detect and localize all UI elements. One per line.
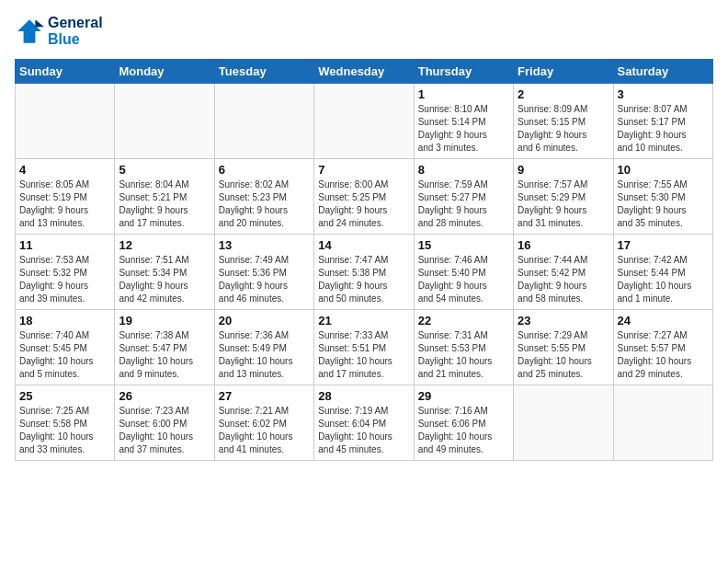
calendar-table: SundayMondayTuesdayWednesdayThursdayFrid… (15, 59, 713, 461)
day-number: 8 (418, 163, 509, 177)
day-info: Sunrise: 8:09 AM Sunset: 5:15 PM Dayligh… (518, 103, 609, 155)
calendar-cell: 26Sunrise: 7:23 AM Sunset: 6:00 PM Dayli… (115, 385, 214, 461)
calendar-cell (214, 84, 313, 159)
calendar-cell: 25Sunrise: 7:25 AM Sunset: 5:58 PM Dayli… (16, 385, 115, 461)
calendar-cell: 3Sunrise: 8:07 AM Sunset: 5:17 PM Daylig… (613, 84, 712, 159)
svg-marker-1 (35, 19, 44, 27)
day-number: 29 (418, 389, 509, 403)
calendar-cell: 11Sunrise: 7:53 AM Sunset: 5:32 PM Dayli… (16, 235, 115, 310)
day-number: 17 (618, 238, 709, 252)
calendar-cell: 7Sunrise: 8:00 AM Sunset: 5:25 PM Daylig… (314, 159, 414, 235)
day-number: 22 (418, 314, 509, 327)
day-info: Sunrise: 8:05 AM Sunset: 5:19 PM Dayligh… (19, 178, 110, 230)
calendar-cell: 18Sunrise: 7:40 AM Sunset: 5:45 PM Dayli… (16, 310, 115, 385)
day-number: 5 (119, 163, 210, 177)
day-info: Sunrise: 8:07 AM Sunset: 5:17 PM Dayligh… (618, 103, 709, 155)
day-number: 10 (618, 163, 709, 177)
calendar-cell (16, 84, 115, 159)
day-info: Sunrise: 7:33 AM Sunset: 5:51 PM Dayligh… (318, 329, 409, 381)
day-number: 27 (219, 389, 310, 403)
day-number: 28 (318, 389, 409, 403)
day-number: 12 (119, 238, 210, 252)
calendar-cell: 16Sunrise: 7:44 AM Sunset: 5:42 PM Dayli… (514, 235, 613, 310)
day-info: Sunrise: 7:46 AM Sunset: 5:40 PM Dayligh… (418, 254, 509, 305)
day-info: Sunrise: 8:10 AM Sunset: 5:14 PM Dayligh… (418, 103, 509, 155)
day-number: 16 (518, 238, 609, 252)
day-number: 9 (518, 163, 609, 177)
calendar-cell: 14Sunrise: 7:47 AM Sunset: 5:38 PM Dayli… (314, 235, 414, 310)
day-info: Sunrise: 7:51 AM Sunset: 5:34 PM Dayligh… (119, 254, 210, 305)
weekday-header-tuesday: Tuesday (214, 60, 313, 84)
calendar-cell: 27Sunrise: 7:21 AM Sunset: 6:02 PM Dayli… (214, 385, 313, 461)
weekday-header-sunday: Sunday (16, 60, 115, 84)
day-info: Sunrise: 7:59 AM Sunset: 5:27 PM Dayligh… (418, 178, 509, 230)
weekday-header-monday: Monday (115, 60, 214, 84)
weekday-header-friday: Friday (514, 60, 613, 84)
calendar-cell: 22Sunrise: 7:31 AM Sunset: 5:53 PM Dayli… (414, 310, 513, 385)
calendar-cell: 10Sunrise: 7:55 AM Sunset: 5:30 PM Dayli… (613, 159, 712, 235)
day-number: 19 (119, 314, 210, 327)
day-info: Sunrise: 7:53 AM Sunset: 5:32 PM Dayligh… (19, 254, 110, 305)
day-number: 24 (618, 314, 709, 327)
day-number: 15 (418, 238, 509, 252)
day-number: 6 (219, 163, 310, 177)
calendar-cell: 8Sunrise: 7:59 AM Sunset: 5:27 PM Daylig… (414, 159, 513, 235)
calendar-cell: 23Sunrise: 7:29 AM Sunset: 5:55 PM Dayli… (514, 310, 613, 385)
day-info: Sunrise: 7:47 AM Sunset: 5:38 PM Dayligh… (318, 254, 409, 305)
week-row-4: 18Sunrise: 7:40 AM Sunset: 5:45 PM Dayli… (16, 310, 713, 385)
day-number: 11 (19, 238, 110, 252)
week-row-3: 11Sunrise: 7:53 AM Sunset: 5:32 PM Dayli… (16, 235, 713, 310)
day-number: 2 (518, 87, 609, 101)
day-number: 1 (418, 87, 509, 101)
calendar-cell: 15Sunrise: 7:46 AM Sunset: 5:40 PM Dayli… (414, 235, 513, 310)
calendar-cell (314, 84, 414, 159)
day-info: Sunrise: 7:44 AM Sunset: 5:42 PM Dayligh… (518, 254, 609, 305)
calendar-cell: 28Sunrise: 7:19 AM Sunset: 6:04 PM Dayli… (314, 385, 414, 461)
day-number: 18 (19, 314, 110, 327)
calendar-cell: 9Sunrise: 7:57 AM Sunset: 5:29 PM Daylig… (514, 159, 613, 235)
logo-icon (15, 17, 44, 46)
day-info: Sunrise: 7:19 AM Sunset: 6:04 PM Dayligh… (318, 405, 409, 456)
weekday-header-saturday: Saturday (613, 60, 712, 84)
calendar-cell: 20Sunrise: 7:36 AM Sunset: 5:49 PM Dayli… (214, 310, 313, 385)
logo: General Blue (15, 15, 103, 48)
calendar-cell: 13Sunrise: 7:49 AM Sunset: 5:36 PM Dayli… (214, 235, 313, 310)
calendar-cell: 1Sunrise: 8:10 AM Sunset: 5:14 PM Daylig… (414, 84, 513, 159)
day-info: Sunrise: 7:49 AM Sunset: 5:36 PM Dayligh… (219, 254, 310, 305)
day-number: 23 (518, 314, 609, 327)
week-row-1: 1Sunrise: 8:10 AM Sunset: 5:14 PM Daylig… (16, 84, 713, 159)
calendar-cell: 2Sunrise: 8:09 AM Sunset: 5:15 PM Daylig… (514, 84, 613, 159)
day-number: 21 (318, 314, 409, 327)
calendar-cell: 6Sunrise: 8:02 AM Sunset: 5:23 PM Daylig… (214, 159, 313, 235)
calendar-cell: 24Sunrise: 7:27 AM Sunset: 5:57 PM Dayli… (613, 310, 712, 385)
day-info: Sunrise: 7:25 AM Sunset: 5:58 PM Dayligh… (19, 405, 110, 456)
calendar-cell (115, 84, 214, 159)
day-info: Sunrise: 7:40 AM Sunset: 5:45 PM Dayligh… (19, 329, 110, 381)
calendar-cell: 4Sunrise: 8:05 AM Sunset: 5:19 PM Daylig… (16, 159, 115, 235)
day-number: 14 (318, 238, 409, 252)
week-row-2: 4Sunrise: 8:05 AM Sunset: 5:19 PM Daylig… (16, 159, 713, 235)
day-info: Sunrise: 7:31 AM Sunset: 5:53 PM Dayligh… (418, 329, 509, 381)
day-number: 3 (618, 87, 709, 101)
day-info: Sunrise: 7:21 AM Sunset: 6:02 PM Dayligh… (219, 405, 310, 456)
day-info: Sunrise: 7:38 AM Sunset: 5:47 PM Dayligh… (119, 329, 210, 381)
weekday-header-wednesday: Wednesday (314, 60, 414, 84)
page-header: General Blue (15, 15, 713, 48)
day-info: Sunrise: 7:27 AM Sunset: 5:57 PM Dayligh… (618, 329, 709, 381)
day-number: 26 (119, 389, 210, 403)
day-info: Sunrise: 7:55 AM Sunset: 5:30 PM Dayligh… (618, 178, 709, 230)
calendar-cell: 5Sunrise: 8:04 AM Sunset: 5:21 PM Daylig… (115, 159, 214, 235)
calendar-cell (613, 385, 712, 461)
day-info: Sunrise: 7:16 AM Sunset: 6:06 PM Dayligh… (418, 405, 509, 456)
calendar-cell: 17Sunrise: 7:42 AM Sunset: 5:44 PM Dayli… (613, 235, 712, 310)
day-info: Sunrise: 8:00 AM Sunset: 5:25 PM Dayligh… (318, 178, 409, 230)
weekday-header-thursday: Thursday (414, 60, 513, 84)
day-info: Sunrise: 8:04 AM Sunset: 5:21 PM Dayligh… (119, 178, 210, 230)
day-number: 4 (19, 163, 110, 177)
calendar-cell: 12Sunrise: 7:51 AM Sunset: 5:34 PM Dayli… (115, 235, 214, 310)
day-number: 13 (219, 238, 310, 252)
calendar-cell: 29Sunrise: 7:16 AM Sunset: 6:06 PM Dayli… (414, 385, 513, 461)
calendar-cell: 21Sunrise: 7:33 AM Sunset: 5:51 PM Dayli… (314, 310, 414, 385)
logo-text: General Blue (48, 15, 103, 48)
day-number: 7 (318, 163, 409, 177)
